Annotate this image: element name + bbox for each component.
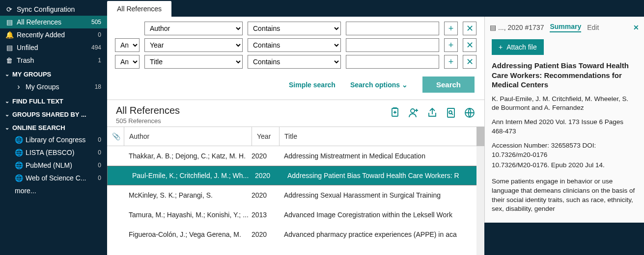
cell-title: Advanced Image Coregistration within the… [279, 211, 484, 219]
add-row-button[interactable]: + [444, 38, 458, 52]
scrollbar[interactable] [476, 127, 484, 255]
sidebar-item-pubmed[interactable]: 🌐 PubMed (NLM) 0 [0, 159, 107, 172]
remove-row-button[interactable]: ✕ [463, 55, 476, 69]
clipboard-icon: ▤ [490, 24, 496, 31]
search-field-select[interactable]: Title [144, 55, 243, 69]
detail-doi: 10.7326/M20-0176. Epub 2020 Jul 14. [492, 161, 637, 170]
sidebar-item-label: Recently Added [17, 31, 98, 39]
sidebar-item-label: Web of Science C... [26, 174, 98, 182]
sidebar-item-library-of-congress[interactable]: 🌐 Library of Congress 0 [0, 133, 107, 146]
search-joiner-select[interactable]: And [115, 38, 140, 52]
cell-title: Addressing Mistreatment in Medical Educa… [279, 152, 484, 160]
chevron-right-icon [15, 82, 23, 91]
search-options-label: Search options [350, 81, 400, 89]
table-row[interactable]: Figueroa-Colón, J.; Vega Gerena, M. 2020… [107, 225, 484, 244]
cell-author: Paul-Emile, K.; Critchfield, J. M.; Wh..… [127, 172, 255, 179]
sync-icon: ⟳ [5, 5, 14, 13]
search-field-select[interactable]: Year [144, 38, 243, 52]
chevron-down-icon: ⌄ [5, 98, 9, 104]
table-row[interactable]: McKinley, S. K.; Parangi, S. 2020 Addres… [107, 185, 484, 205]
sidebar-item-label: LISTA (EBSCO) [26, 149, 98, 156]
simple-search-link[interactable]: Simple search [289, 81, 336, 89]
sidebar-item-count: 18 [95, 83, 102, 90]
detail-body: + Attach file Addressing Patient Bias To… [485, 35, 644, 223]
scrollbar-thumb[interactable] [476, 127, 484, 146]
search-operator-select[interactable]: Contains [248, 22, 341, 35]
sidebar-item-trash[interactable]: 🗑 Trash 1 [0, 54, 107, 67]
clipboard-icon: ▤ [5, 18, 14, 26]
search-field-select[interactable]: Author [144, 22, 243, 35]
cell-author: McKinley, S. K.; Parangi, S. [124, 191, 252, 199]
attachment-column-header[interactable]: 📎 [107, 132, 124, 140]
grid-header: 📎 Author Year Title [107, 127, 484, 146]
svg-rect-2 [448, 108, 454, 117]
globe-icon[interactable] [464, 107, 476, 119]
sidebar-header-online-search[interactable]: ⌄ ONLINE SEARCH [0, 120, 107, 133]
table-row[interactable]: Tamura, M.; Hayashi, M.; Konishi, Y.; ..… [107, 205, 484, 225]
table-row[interactable]: Paul-Emile, K.; Critchfield, J. M.; Wh..… [107, 166, 484, 185]
sidebar-item-label: Trash [17, 56, 98, 64]
attach-file-button[interactable]: + Attach file [492, 39, 544, 55]
search-operator-select[interactable]: Contains [248, 55, 341, 69]
sidebar-item-my-groups[interactable]: My Groups 18 [0, 80, 107, 94]
search-panel: Author Contains + ✕ And Year Contains + … [107, 17, 484, 100]
sidebar-item-count: 0 [98, 162, 102, 169]
sidebar-header-find-full-text[interactable]: ⌄ FIND FULL TEXT [0, 94, 107, 107]
detail-tabs: ▤ ..., 2020 #1737 Summary Edit ✕ [485, 20, 644, 35]
search-value-input[interactable] [346, 55, 439, 69]
cell-title: Addressing Patient Bias Toward Health Ca… [282, 172, 481, 179]
chevron-down-icon: ⌄ [5, 125, 9, 131]
remove-row-button[interactable]: ✕ [463, 38, 476, 52]
list-header: All References 505 References [107, 100, 484, 127]
cell-title: Addressing Sexual Harassment in Surgical… [279, 191, 484, 199]
sidebar-item-count: 0 [98, 149, 102, 156]
year-column-header[interactable]: Year [252, 127, 279, 146]
close-icon[interactable]: ✕ [633, 24, 639, 31]
search-row: Author Contains + ✕ [115, 22, 476, 35]
cell-year: 2020 [255, 172, 282, 179]
sync-configuration[interactable]: ⟳ Sync Configuration [0, 3, 107, 16]
sidebar-header-label: ONLINE SEARCH [12, 124, 65, 131]
sidebar-item-label: Library of Congress [26, 136, 98, 144]
add-row-button[interactable]: + [444, 22, 458, 35]
search-value-input[interactable] [346, 38, 439, 52]
sidebar-item-label: Unfiled [17, 44, 91, 51]
sidebar-item-more[interactable]: more... [0, 184, 107, 197]
sidebar-item-unfiled[interactable]: ▤ Unfiled 494 [0, 41, 107, 54]
main-panel: All References Author Contains + ✕ And Y… [107, 0, 484, 255]
remove-row-button[interactable]: ✕ [463, 22, 476, 35]
sidebar-item-all-references[interactable]: ▤ All References 505 [0, 16, 107, 28]
sidebar-item-count: 1 [98, 57, 102, 64]
cell-year: 2020 [252, 152, 279, 160]
title-column-header[interactable]: Title [279, 127, 484, 146]
sidebar-header-label: MY GROUPS [12, 71, 51, 78]
sidebar: ⟳ Sync Configuration ▤ All References 50… [0, 0, 107, 255]
tab-all-references[interactable]: All References [107, 1, 171, 17]
search-document-icon[interactable] [445, 107, 457, 119]
cell-year: 2013 [252, 211, 279, 219]
search-operator-select[interactable]: Contains [248, 38, 341, 52]
add-person-icon[interactable] [408, 107, 420, 119]
sidebar-item-web-of-science[interactable]: 🌐 Web of Science C... 0 [0, 172, 107, 184]
sidebar-item-recently-added[interactable]: 🔔 Recently Added 0 [0, 28, 107, 41]
sidebar-item-lista-ebsco[interactable]: 🌐 LISTA (EBSCO) 0 [0, 146, 107, 159]
tab-edit[interactable]: Edit [587, 24, 599, 31]
sidebar-header-label: GROUPS SHARED BY ... [12, 111, 86, 118]
tab-summary[interactable]: Summary [550, 23, 581, 32]
reference-label: ▤ ..., 2020 #1737 [490, 24, 544, 31]
cell-author: Figueroa-Colón, J.; Vega Gerena, M. [124, 230, 252, 238]
search-button[interactable]: Search [422, 76, 475, 93]
tab-bar: All References [107, 0, 484, 17]
search-value-input[interactable] [346, 22, 439, 35]
sidebar-header-groups-shared[interactable]: ⌄ GROUPS SHARED BY ... [0, 107, 107, 120]
sidebar-item-label: more... [15, 187, 102, 195]
copy-icon[interactable] [389, 107, 401, 119]
add-row-button[interactable]: + [444, 55, 458, 69]
sidebar-header-my-groups[interactable]: ⌄ MY GROUPS [0, 67, 107, 80]
share-icon[interactable] [426, 107, 438, 119]
search-joiner-select[interactable]: And [115, 55, 140, 69]
author-column-header[interactable]: Author [124, 127, 252, 146]
clipboard-icon: ▤ [5, 44, 14, 51]
search-options-link[interactable]: Search options ⌄ [350, 81, 408, 89]
table-row[interactable]: Thakkar, A. B.; Dejong, C.; Katz, M. H. … [107, 146, 484, 166]
